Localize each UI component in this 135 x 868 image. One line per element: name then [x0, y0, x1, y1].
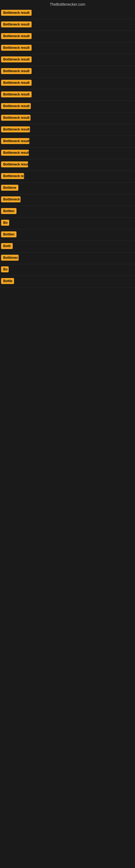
bottleneck-row: Bottlenec	[0, 252, 135, 264]
bottleneck-row: Bottleneck result	[0, 19, 135, 31]
bottleneck-row: Bottleneck result	[0, 31, 135, 42]
bottleneck-badge[interactable]: Bottleneck result	[1, 126, 30, 132]
bottleneck-badge[interactable]: Bottleneck e	[1, 196, 20, 203]
bottleneck-badge[interactable]: Bottlene	[1, 185, 18, 191]
bottleneck-row: Bottle	[0, 276, 135, 287]
bottleneck-row: Bottl	[0, 241, 135, 252]
bottleneck-row: Bottlen	[0, 206, 135, 218]
bottleneck-row: Bottlen	[0, 229, 135, 241]
bottleneck-badge[interactable]: Bottle	[1, 278, 14, 284]
bottleneck-badge[interactable]: Bottlen	[1, 231, 16, 237]
bottleneck-row: Bottleneck result	[0, 159, 135, 171]
bottleneck-badge[interactable]: Bottleneck result	[1, 150, 29, 156]
bottleneck-row: Bottleneck result	[0, 148, 135, 159]
bottleneck-badge[interactable]: Bottlen	[1, 208, 16, 214]
bottleneck-badge[interactable]: Bo	[1, 220, 9, 226]
bottleneck-badge[interactable]: Bottleneck result	[1, 91, 32, 97]
bottleneck-row: Bottleneck e	[0, 194, 135, 206]
bottleneck-row: Bottleneck result	[0, 101, 135, 113]
bottleneck-row: Bottleneck result	[0, 113, 135, 124]
bottleneck-badge[interactable]: Bottleneck result	[1, 161, 28, 167]
bottleneck-badge[interactable]: Bottleneck result	[1, 115, 31, 121]
bottleneck-row: Bottlene	[0, 183, 135, 194]
bottleneck-badge[interactable]: Bottleneck result	[1, 45, 32, 51]
bottleneck-badge[interactable]: Bo	[1, 267, 9, 272]
bottleneck-badge[interactable]: Bottleneck result	[1, 22, 32, 27]
bottleneck-row: Bottleneck result	[0, 78, 135, 89]
bottleneck-badge[interactable]: Bottleneck result	[1, 80, 32, 86]
bottleneck-row: Bottleneck result	[0, 124, 135, 136]
bottleneck-badge[interactable]: Bottleneck result	[1, 56, 32, 62]
bottleneck-badge[interactable]: Bottl	[1, 243, 13, 249]
bottleneck-row: Bottleneck result	[0, 8, 135, 19]
bottleneck-badge[interactable]: Bottleneck result	[1, 10, 32, 16]
bottleneck-row: Bottleneck re	[0, 171, 135, 183]
bottleneck-row: Bottleneck result	[0, 54, 135, 66]
bottleneck-badge[interactable]: Bottleneck result	[1, 68, 32, 74]
bottleneck-row: Bottleneck result	[0, 136, 135, 148]
bottleneck-row: Bo	[0, 264, 135, 276]
bottleneck-row: Bottleneck result	[0, 66, 135, 78]
bottleneck-badge[interactable]: Bottlenec	[1, 255, 18, 261]
site-title: TheBottlenecker.com	[0, 0, 135, 8]
bottleneck-badge[interactable]: Bottleneck result	[1, 138, 30, 144]
bottleneck-badge[interactable]: Bottleneck result	[1, 33, 32, 39]
bottleneck-row: Bo	[0, 218, 135, 229]
bottleneck-row: Bottleneck result	[0, 42, 135, 54]
bottleneck-badge[interactable]: Bottleneck re	[1, 173, 24, 179]
bottleneck-row: Bottleneck result	[0, 89, 135, 101]
bottleneck-badge[interactable]: Bottleneck result	[1, 103, 31, 109]
